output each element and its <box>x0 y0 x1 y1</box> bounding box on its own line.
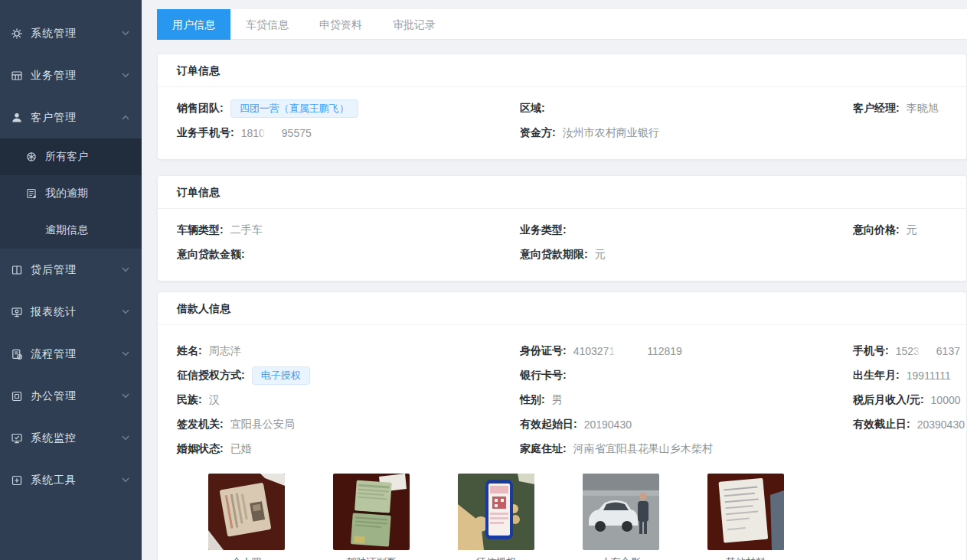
field-label: 销售团队: <box>177 102 224 116</box>
field-value: 4103271112819 <box>573 345 682 358</box>
field-id-number: 身份证号: 4103271112819 <box>520 339 853 363</box>
book-icon <box>11 264 23 276</box>
chevron-down-icon <box>122 309 129 314</box>
field-name: 姓名: 周志洋 <box>177 339 520 363</box>
redacted-text <box>615 345 647 358</box>
gear-icon <box>11 28 23 40</box>
field-label: 有效起始日: <box>520 418 577 431</box>
field-label: 业务类型: <box>520 223 567 237</box>
field-label: 征信授权方式: <box>177 369 245 383</box>
tab-user-info[interactable]: 用户信息 <box>157 9 230 40</box>
sidebar-item-label: 系统监控 <box>31 431 122 445</box>
field-label: 车辆类型: <box>177 223 224 237</box>
field-value: 已婚 <box>230 442 252 456</box>
photo-caption: 征信授权 <box>458 555 534 560</box>
phone-prefix: 1523 <box>896 345 920 357</box>
field-business-type: 业务类型: <box>520 218 853 243</box>
sidebar-item-all-customers[interactable]: 所有客户 <box>0 138 142 175</box>
field-value: 15236137 <box>896 345 960 358</box>
field-business-phone: 业务手机号: 181095575 <box>177 121 520 145</box>
field-gender: 性别: 男 <box>520 388 853 412</box>
field-label: 意向价格: <box>853 223 900 237</box>
field-credit-auth-method: 征信授权方式: 电子授权 <box>177 363 520 388</box>
sidebar-item-label: 流程管理 <box>31 347 122 361</box>
chart-monitor-icon <box>11 306 23 318</box>
borrower-fields: 姓名: 周志洋 身份证号: 4103271112819 手机号: 1523613… <box>158 325 966 461</box>
field-value: 19911111 <box>907 370 951 382</box>
customer-management-submenu: 所有客户 我的逾期 逾期信息 <box>0 138 142 249</box>
sidebar-item-customer-management[interactable]: 客户管理 <box>0 96 142 138</box>
field-label: 签发机关: <box>177 418 224 431</box>
phone-suffix: 95575 <box>282 127 312 139</box>
field-label: 民族: <box>177 393 202 407</box>
field-label: 银行卡号: <box>520 369 567 383</box>
field-value: 河南省宜阳县花果山乡木柴村 <box>573 442 713 456</box>
field-value: 二手车 <box>230 223 263 237</box>
chevron-down-icon <box>122 477 129 483</box>
field-label: 意向贷款期限: <box>520 248 588 262</box>
photo-driver-license[interactable]: 驾驶证副页 <box>333 474 410 560</box>
photo-other-document[interactable]: 其他材料 <box>707 474 784 560</box>
field-label: 资金方: <box>520 126 556 140</box>
field-label: 业务手机号: <box>177 126 234 140</box>
field-issuing-authority: 签发机关: 宜阳县公安局 <box>177 412 520 437</box>
card-title: 借款人信息 <box>158 292 966 324</box>
monitor-check-icon <box>11 432 23 444</box>
app-window: 系统管理 业务管理 客户管理 所有客户 <box>0 0 967 560</box>
field-label: 客户经理: <box>853 102 900 116</box>
field-label: 姓名: <box>177 344 202 358</box>
sidebar-item-office-management[interactable]: 办公管理 <box>0 375 142 417</box>
field-vehicle-type: 车辆类型: 二手车 <box>177 218 520 243</box>
chevron-down-icon <box>122 31 129 36</box>
field-label: 性别: <box>520 393 545 407</box>
user-icon <box>11 112 23 124</box>
sidebar-item-report-statistics[interactable]: 报表统计 <box>0 291 142 333</box>
photo-id-card[interactable]: 个人照 <box>208 474 285 560</box>
sidebar-item-system-management[interactable]: 系统管理 <box>0 12 142 54</box>
redacted-text <box>265 127 282 140</box>
field-value: 181095575 <box>241 127 312 140</box>
sidebar-item-system-tools[interactable]: 系统工具 <box>0 459 142 501</box>
field-label: 家庭住址: <box>520 442 567 456</box>
field-sales-team: 销售团队: 四团一营（直属王鹏飞） <box>177 96 520 121</box>
field-mobile-phone: 手机号: 15236137 <box>853 339 965 363</box>
field-valid-from: 有效起始日: 20190430 <box>520 412 853 437</box>
sidebar-item-label: 业务管理 <box>31 69 122 83</box>
field-marital-status: 婚姻状态: 已婚 <box>177 437 520 461</box>
field-value: 汝州市农村商业银行 <box>563 126 659 140</box>
field-funder: 资金方: 汝州市农村商业银行 <box>520 121 853 145</box>
sidebar-item-label: 办公管理 <box>31 389 122 403</box>
photo-caption: 人车合影 <box>583 555 659 560</box>
sidebar-item-label: 系统管理 <box>31 27 122 41</box>
tab-bar: 用户信息 车贷信息 申贷资料 审批记录 <box>157 9 967 40</box>
field-value: 20390430 <box>917 418 965 431</box>
sidebar-item-label: 系统工具 <box>31 474 122 487</box>
field-empty <box>853 437 965 461</box>
sidebar-item-post-loan-management[interactable]: 贷后管理 <box>0 249 142 291</box>
field-label: 婚姻状态: <box>177 442 224 456</box>
order-info-card-1: 订单信息 销售团队: 四团一营（直属王鹏飞） 区域: 客户经理: 李晓旭 业务手… <box>157 54 967 160</box>
field-label: 意向贷款金额: <box>177 248 245 262</box>
wheel-icon <box>25 151 38 163</box>
tab-car-loan-info[interactable]: 车贷信息 <box>230 9 304 40</box>
handwritten-document-photo-thumbnail <box>707 474 784 550</box>
field-account-manager: 客户经理: 李晓旭 <box>853 96 947 121</box>
sidebar: 系统管理 业务管理 客户管理 所有客户 <box>0 0 142 560</box>
sidebar-item-overdue-info[interactable]: 逾期信息 <box>0 212 142 249</box>
document-photos: 个人照 <box>208 474 966 560</box>
field-label: 出生年月: <box>853 369 900 383</box>
photo-credit-auth-screenshot[interactable]: 征信授权 <box>458 474 534 560</box>
photo-person-with-car[interactable]: 人车合影 <box>583 474 659 560</box>
sidebar-item-label: 逾期信息 <box>45 223 88 237</box>
tab-approval-records[interactable]: 审批记录 <box>377 9 451 40</box>
sidebar-item-system-monitoring[interactable]: 系统监控 <box>0 417 142 459</box>
chevron-down-icon <box>122 435 129 441</box>
sidebar-item-process-management[interactable]: 流程管理 <box>0 333 142 375</box>
id-prefix: 4103271 <box>573 345 616 357</box>
field-loan-amount: 意向贷款金额: <box>177 243 520 267</box>
sidebar-item-business-management[interactable]: 业务管理 <box>0 54 142 96</box>
sidebar-item-my-overdue[interactable]: 我的逾期 <box>0 175 142 212</box>
borrower-info-card: 借款人信息 姓名: 周志洋 身份证号: 4103271112819 手机号: 1… <box>157 291 967 560</box>
field-value: 男 <box>552 393 563 407</box>
tab-loan-application-materials[interactable]: 申贷资料 <box>304 9 377 40</box>
